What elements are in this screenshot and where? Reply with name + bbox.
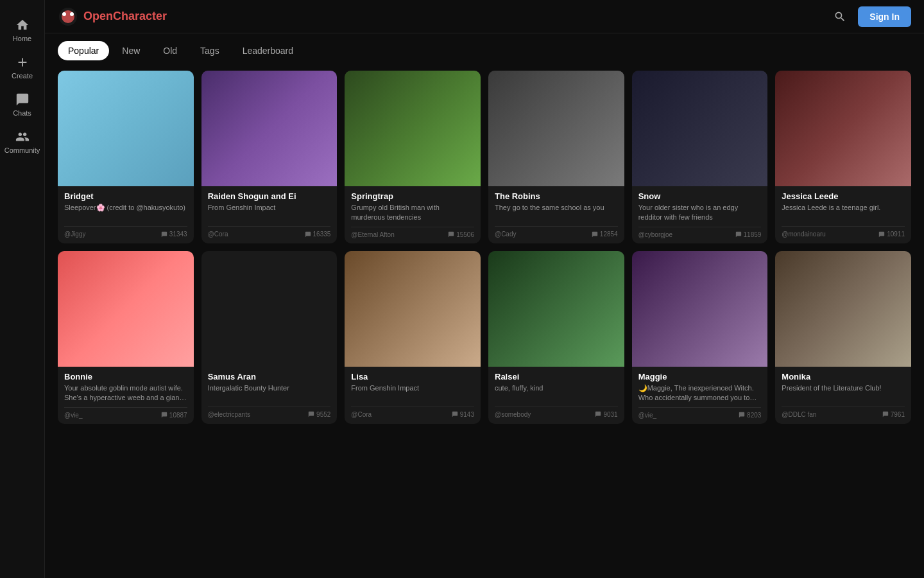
card-chat-count-4: 12854 [592, 231, 618, 238]
tab-bar: Popular New Old Tags Leaderboard [45, 33, 924, 60]
community-icon [15, 130, 30, 144]
header: OpenCharacter Sign In [45, 0, 924, 33]
card-desc-5: Your older sister who is an edgy reddito… [638, 203, 762, 223]
card-name-7: Bonnie [64, 372, 187, 381]
sidebar-item-community[interactable]: Community [0, 125, 44, 159]
card-chat-count-8: 9552 [308, 411, 330, 418]
chat-count-icon [882, 411, 889, 417]
card-desc-3: Grumpy old British man with murderous te… [351, 203, 474, 223]
card-9[interactable]: Lisa From Genshin Impact @Cora 9143 [345, 251, 481, 424]
card-info-6: Jessica Leede Jessica Leede is a teenage… [775, 186, 911, 243]
card-chat-count-3: 15506 [448, 231, 474, 238]
card-info-2: Raiden Shogun and Ei From Genshin Impact… [201, 186, 338, 243]
sidebar-item-chats[interactable]: Chats [0, 87, 44, 122]
tab-leaderboard[interactable]: Leaderboard [232, 41, 304, 60]
card-name-11: Maggie [638, 372, 762, 381]
chat-count-icon [308, 411, 314, 417]
card-desc-2: From Genshin Impact [208, 203, 331, 222]
card-chat-count-5: 11859 [735, 231, 762, 238]
card-image-9 [345, 251, 481, 367]
card-chat-count-1: 31343 [161, 231, 187, 238]
card-name-4: The Robins [495, 191, 618, 201]
card-5[interactable]: Snow Your older sister who is an edgy re… [632, 71, 768, 243]
card-author-12: @DDLC fan [782, 411, 816, 418]
app-name: OpenCharacter [83, 10, 167, 23]
card-footer-1: @Jiggy 31343 [64, 226, 187, 238]
home-icon [15, 18, 30, 32]
card-11[interactable]: Maggie 🌙Maggie, The inexperienced Witch.… [632, 251, 768, 424]
card-7[interactable]: Bonnie Your absolute goblin mode autist … [58, 251, 194, 424]
tab-new[interactable]: New [112, 41, 150, 60]
card-image-12 [775, 251, 911, 367]
card-author-10: @somebody [495, 411, 531, 418]
card-footer-3: @Eternal Afton 15506 [351, 227, 474, 238]
card-desc-7: Your absolute goblin mode autist wife. S… [64, 383, 187, 403]
main-area: OpenCharacter Sign In Popular New Old Ta… [45, 0, 924, 578]
card-1[interactable]: Bridget Sleepover🌸 (credit to @hakusyoku… [58, 71, 194, 243]
chat-count-icon [448, 231, 454, 238]
card-name-3: Springtrap [351, 191, 474, 201]
card-author-7: @vie_ [64, 412, 83, 419]
card-chat-count-6: 10911 [878, 231, 905, 238]
card-8[interactable]: Samus Aran Intergalatic Bounty Hunter @e… [201, 251, 338, 424]
card-name-8: Samus Aran [208, 372, 331, 381]
card-info-12: Monika President of the Literature Club!… [775, 367, 911, 423]
sidebar-item-home-label: Home [13, 35, 31, 42]
card-chat-count-12: 7961 [882, 411, 905, 418]
sidebar-item-home[interactable]: Home [0, 13, 44, 48]
chat-count-icon [595, 411, 601, 417]
tab-popular[interactable]: Popular [58, 41, 109, 60]
card-chat-count-9: 9143 [452, 411, 474, 418]
card-image-3 [345, 71, 481, 186]
tab-tags[interactable]: Tags [190, 41, 230, 60]
card-footer-12: @DDLC fan 7961 [782, 407, 905, 418]
card-author-4: @Cady [495, 231, 517, 238]
tab-old[interactable]: Old [153, 41, 187, 60]
card-image-6 [775, 71, 911, 186]
card-4[interactable]: The Robins They go to the same school as… [488, 71, 624, 243]
card-info-5: Snow Your older sister who is an edgy re… [632, 186, 768, 243]
sidebar-item-chats-label: Chats [13, 109, 31, 117]
card-desc-4: They go to the same school as you [495, 203, 618, 222]
card-2[interactable]: Raiden Shogun and Ei From Genshin Impact… [201, 71, 338, 243]
card-12[interactable]: Monika President of the Literature Club!… [775, 251, 911, 424]
sidebar-nav: Home Create Chats Community [0, 13, 44, 159]
card-info-11: Maggie 🌙Maggie, The inexperienced Witch.… [632, 367, 768, 424]
card-author-9: @Cora [351, 411, 372, 418]
signin-button[interactable]: Sign In [858, 6, 911, 27]
card-image-2 [201, 71, 338, 186]
card-name-12: Monika [782, 372, 905, 381]
card-name-1: Bridget [64, 191, 187, 201]
card-desc-1: Sleepover🌸 (credit to @hakusyokuto) [64, 203, 187, 222]
card-footer-7: @vie_ 10887 [64, 407, 187, 419]
card-author-11: @vie_ [638, 412, 657, 419]
card-chat-count-11: 8203 [739, 412, 761, 419]
card-3[interactable]: Springtrap Grumpy old British man with m… [345, 71, 481, 243]
logo-suffix: Character [113, 10, 167, 22]
card-name-6: Jessica Leede [782, 191, 905, 201]
card-desc-12: President of the Literature Club! [782, 383, 905, 403]
card-author-6: @mondainoaru [782, 231, 826, 238]
card-image-10 [488, 251, 624, 367]
card-6[interactable]: Jessica Leede Jessica Leede is a teenage… [775, 71, 911, 243]
chat-count-icon [735, 231, 742, 238]
app-logo: OpenCharacter [58, 6, 167, 27]
card-chat-count-2: 16335 [305, 231, 331, 238]
card-author-2: @Cora [208, 231, 228, 238]
sidebar-item-create[interactable]: Create [0, 50, 44, 85]
card-desc-11: 🌙Maggie, The inexperienced Witch. Who ac… [638, 383, 762, 403]
sidebar-item-community-label: Community [4, 146, 40, 154]
card-info-10: Ralsei cute, fluffy, kind @somebody 9031 [488, 367, 624, 423]
card-desc-8: Intergalatic Bounty Hunter [208, 383, 331, 403]
card-10[interactable]: Ralsei cute, fluffy, kind @somebody 9031 [488, 251, 624, 424]
card-info-4: The Robins They go to the same school as… [488, 186, 624, 243]
chat-count-icon [452, 411, 458, 417]
card-name-10: Ralsei [495, 372, 618, 381]
sidebar-item-create-label: Create [12, 72, 33, 80]
card-footer-6: @mondainoaru 10911 [782, 226, 905, 238]
svg-point-3 [70, 12, 74, 16]
card-info-3: Springtrap Grumpy old British man with m… [345, 186, 481, 243]
search-button[interactable] [830, 6, 850, 27]
card-author-8: @electricpants [208, 411, 250, 418]
chat-count-icon [739, 412, 745, 418]
